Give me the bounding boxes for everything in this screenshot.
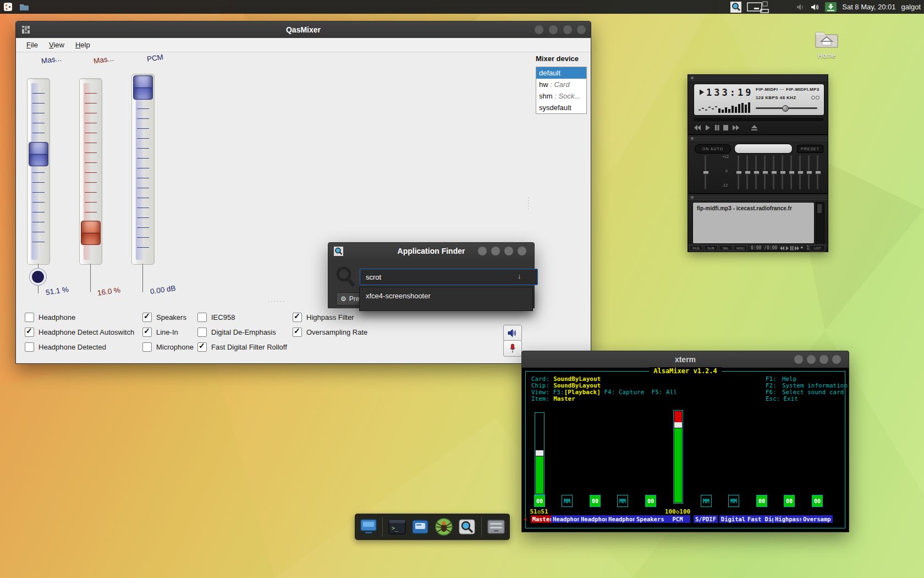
pcm-volume-slider[interactable] (131, 74, 155, 265)
previous-button[interactable] (694, 125, 701, 130)
play-button[interactable] (705, 125, 711, 130)
checkbox-digital-de-emphasis[interactable]: Digital De-Emphasis (197, 328, 276, 337)
capture-volume-slider[interactable] (79, 78, 102, 265)
capture-slider-handle[interactable] (81, 221, 101, 245)
checkbox-headphone-detected[interactable]: Headphone Detected (25, 342, 106, 352)
checkbox-highpass-filter[interactable]: Highpass Filter (293, 313, 354, 322)
close-button[interactable] (518, 247, 526, 255)
device-item-shm[interactable]: shm : Sock... (536, 90, 586, 102)
master-mute-knob[interactable] (30, 269, 46, 285)
playlist-entry[interactable]: fip-midfi.mp3 - icecast.radiofrance.fr (693, 203, 814, 211)
control-pcm[interactable]: PCM (662, 516, 693, 522)
menu-file[interactable]: File (21, 40, 43, 50)
device-item-hw[interactable]: hw : Card (536, 79, 586, 90)
eq-preamp-knob[interactable] (703, 171, 709, 175)
search-input[interactable] (360, 269, 538, 285)
volume-muted-icon[interactable] (796, 3, 805, 11)
master-volume-slider[interactable] (27, 78, 50, 265)
mute-box[interactable]: 00 (534, 495, 545, 507)
pause-button[interactable] (714, 125, 719, 130)
control-headphone2[interactable]: Headphon (579, 516, 610, 522)
playlist-list[interactable]: fip-midfi.mp3 - icecast.radiofrance.fr (692, 202, 815, 244)
mute-box[interactable]: 00 (784, 495, 795, 507)
remote-viewer-launcher[interactable] (411, 517, 429, 537)
control-headphone3[interactable]: Headphon (607, 516, 637, 522)
eq-preset-button[interactable]: PRESET (797, 145, 823, 153)
window-button[interactable] (794, 355, 803, 364)
playlist-sel-button[interactable]: SEL (719, 245, 733, 251)
mute-box[interactable]: 00 (590, 495, 601, 507)
home-desktop-icon[interactable]: Home (811, 29, 842, 59)
package-updater-icon[interactable] (825, 2, 837, 12)
window-button[interactable] (535, 25, 543, 34)
master-level-bar[interactable] (535, 412, 544, 495)
checkbox-microphone[interactable]: Microphone (142, 342, 194, 352)
mute-box[interactable]: MM (728, 495, 739, 507)
eq-on-auto-buttons[interactable]: ON AUTO (695, 144, 731, 154)
close-button[interactable] (832, 355, 841, 364)
bug-tool-launcher[interactable] (435, 517, 453, 537)
volume-slider-knob[interactable] (782, 105, 789, 112)
checkbox-headphone[interactable]: Headphone (25, 313, 75, 322)
playlist-transport-icons[interactable] (780, 246, 803, 250)
window-button[interactable] (549, 25, 558, 34)
mute-box[interactable]: MM (701, 495, 712, 507)
stop-button[interactable] (723, 125, 728, 130)
mute-box[interactable]: 00 (645, 495, 656, 507)
playlist-sub-button[interactable]: SUB (704, 245, 718, 251)
capture-view-button[interactable] (503, 340, 522, 357)
checkbox-iec958[interactable]: IEC958 (197, 313, 235, 322)
window-button[interactable] (807, 355, 816, 364)
master-slider-handle[interactable] (29, 142, 48, 166)
volume-icon[interactable] (811, 3, 820, 11)
control-digital[interactable]: Digital (718, 516, 749, 522)
appfinder-titlebar[interactable]: Application Finder (328, 243, 534, 259)
checkbox-speakers[interactable]: Speakers (142, 313, 186, 322)
workspace-switcher[interactable] (747, 1, 770, 13)
device-item-sysdefault[interactable]: sysdefault (536, 102, 586, 113)
xmms-titlebar[interactable] (688, 75, 828, 81)
file-drawer-launcher[interactable] (487, 517, 505, 537)
seek-bar[interactable] (694, 118, 823, 122)
playlist-titlebar[interactable] (688, 194, 828, 200)
minimize-button[interactable] (504, 247, 513, 255)
minimize-button[interactable] (563, 25, 572, 34)
mute-box[interactable]: MM (562, 495, 573, 507)
checkbox-fast-digital-filter-rolloff[interactable]: Fast Digital Filter Rolloff (197, 342, 287, 352)
panel-clock[interactable]: Sat 8 May, 20:01 (842, 3, 895, 11)
suggestion-item[interactable]: xfce4-screenshooter (360, 287, 532, 300)
playlist-file-button[interactable]: FILE (689, 245, 703, 251)
checkbox-line-in[interactable]: Line-In (142, 328, 178, 337)
dropdown-arrow-icon[interactable]: ↓ (518, 272, 521, 280)
qasmixer-titlebar[interactable]: QasMixer (16, 21, 591, 38)
window-button[interactable] (491, 247, 500, 255)
alsamixer-terminal[interactable]: AlsaMixer v1.2.4 Card:SoundByLayout Chip… (522, 368, 849, 532)
mute-box[interactable]: 00 (812, 495, 823, 507)
pcm-slider-handle[interactable] (133, 75, 153, 100)
checkbox-oversampling-rate[interactable]: Oversampling Rate (293, 328, 367, 337)
panel-splitter[interactable]: ····· (527, 197, 530, 210)
file-manager-icon[interactable] (19, 3, 29, 11)
applications-menu-icon[interactable] (3, 2, 13, 12)
control-headphone1[interactable]: Headphon (551, 516, 582, 522)
menu-help[interactable]: Help (70, 40, 95, 50)
window-button[interactable] (478, 247, 487, 255)
minimize-button[interactable] (820, 355, 828, 364)
control-spdif[interactable]: S/PDIF (690, 516, 721, 522)
menu-view[interactable]: View (44, 40, 69, 50)
mute-box[interactable]: MM (617, 495, 628, 507)
equalizer-titlebar[interactable] (688, 135, 828, 141)
control-speakers[interactable]: Speakers (635, 516, 666, 522)
checkbox-headphone-detect-autoswitch[interactable]: Headphone Detect Autoswitch (25, 328, 134, 337)
next-button[interactable] (732, 125, 740, 130)
close-button[interactable] (577, 25, 586, 34)
mute-box[interactable]: 00 (756, 495, 767, 507)
playlist-list-button[interactable]: LIST (810, 245, 825, 252)
playback-view-button[interactable] (503, 325, 522, 341)
control-oversamp[interactable]: Oversamp (801, 516, 832, 522)
control-highpass[interactable]: Highpass (773, 516, 804, 522)
eject-button[interactable] (751, 125, 757, 130)
screenshot-launcher[interactable] (458, 517, 476, 537)
playlist-misc-button[interactable]: MISC (734, 245, 747, 251)
terminal-launcher[interactable]: >_ (388, 517, 406, 537)
